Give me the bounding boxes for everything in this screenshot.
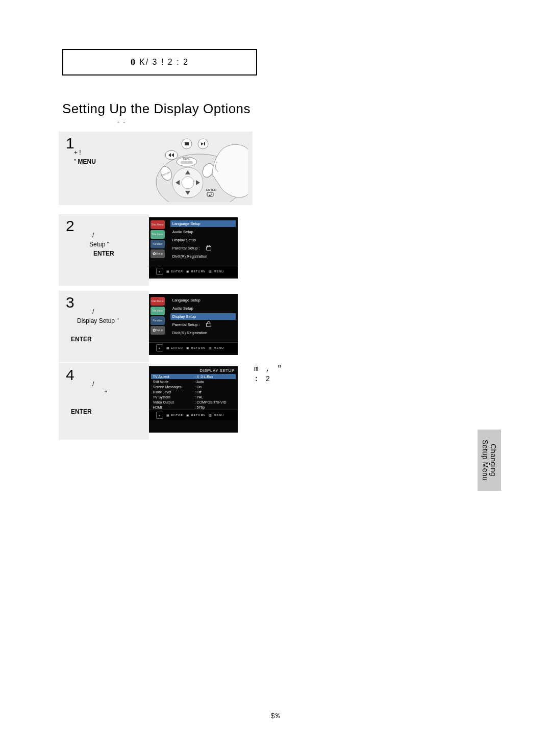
step-3-number: 3 (66, 294, 74, 311)
disc-menu-icon: Disc Menu (151, 220, 165, 229)
step-3-q: " (115, 317, 119, 324)
step-1-text: + ! " MENU (74, 148, 144, 166)
step-4-enter: ENTER (71, 408, 92, 415)
disc-menu-icon-2: Disc Menu (151, 297, 165, 306)
setup-icon-2: ✿Setup (151, 326, 165, 335)
step-4-line1: / (92, 381, 94, 388)
step-3-text: / Display Setup " ENTER (74, 307, 144, 344)
lock-icon-2 (206, 323, 211, 327)
step-3-display: Display Setup (77, 317, 115, 324)
nav-cluster-icon: ✦ (156, 268, 163, 275)
side-tab-line1: Changing (489, 444, 497, 476)
remote-control-illustration: MENU RETURN ENTER (146, 134, 248, 202)
setup-item-display[interactable]: Display Setup (170, 237, 236, 243)
step-4-text: / " ENTER (74, 380, 144, 416)
side-tab-line2: Setup Menu (481, 440, 489, 481)
display-setup-row[interactable]: Black LevelOff (151, 389, 236, 394)
display-setup-title: DISPLAY SETUP (149, 366, 238, 374)
step-1: 1 + ! " MENU (59, 132, 253, 205)
step-4-number: 4 (66, 366, 74, 384)
setup-items-list: Language Setup Audio Setup Display Setup… (166, 217, 238, 266)
screen-footer-hints: ✦ ▦ ENTER ▣ RETURN ▥ MENU (149, 266, 238, 276)
step-1-number: 1 (66, 135, 74, 152)
display-setup-value: 4 :3 L-Box (195, 375, 213, 379)
function-icon: Function (151, 240, 165, 248)
step-4-line2: " (105, 390, 107, 397)
top-callout-text: K/ 3 ! 2 : 2 (139, 58, 189, 67)
setup-item-audio[interactable]: Audio Setup (170, 229, 236, 235)
svg-rect-5 (204, 142, 205, 145)
section-side-tab: Changing Setup Menu (478, 430, 501, 491)
display-setup-value: Auto (195, 380, 204, 384)
display-setup-row[interactable]: TV SystemPAL (151, 394, 236, 399)
svg-point-16 (182, 177, 194, 189)
display-setup-value: PAL (195, 395, 204, 399)
step-2-setup: Setup (89, 241, 105, 248)
step-2-q: " (105, 241, 109, 248)
setup-item-language-2[interactable]: Language Setup (170, 297, 236, 304)
setup-item-display-2[interactable]: Display Setup (170, 313, 236, 320)
nav-cluster-icon-3: ✦ (156, 412, 163, 419)
display-setup-key: Black Level (153, 390, 193, 394)
lock-icon (206, 246, 211, 250)
svg-rect-2 (185, 142, 189, 145)
setup-item-divx-2[interactable]: DivX(R) Registration (170, 330, 236, 336)
side-annotation: m , " : 2 (254, 364, 356, 384)
setup-item-parental[interactable]: Parental Setup : (170, 245, 236, 251)
display-setup-value: 576p (195, 406, 205, 409)
onscreen-setup-menu: Disc Menu Title Menu Function ✿Setup Lan… (149, 217, 238, 279)
title-menu-icon: Title Menu (151, 230, 165, 239)
display-setup-table: TV Aspect4 :3 L-BoxStill ModeAutoScreen … (149, 374, 238, 410)
title-menu-icon-2: Title Menu (151, 307, 165, 315)
step-2-text: / Setup " ENTER (74, 231, 144, 258)
setup-item-divx[interactable]: DivX(R) Registration (170, 253, 236, 260)
step-2-enter: ENTER (93, 250, 114, 257)
display-setup-key: TV System (153, 395, 193, 399)
display-setup-key: TV Aspect (153, 375, 193, 379)
step-2-line1: / (92, 232, 94, 239)
display-setup-key: Video Output (153, 400, 193, 404)
display-setup-value: COMPOSIT/S-VID (195, 400, 227, 404)
step-3-line1: / (92, 308, 94, 315)
step-3-enter: ENTER (71, 336, 92, 343)
page-number: $% (0, 712, 551, 720)
display-setup-key: Still Mode (153, 380, 193, 384)
display-setup-key: HDMI (153, 406, 193, 409)
display-setup-row[interactable]: Screen MessagesOn (151, 384, 236, 389)
setup-items-list-2: Language Setup Audio Setup Display Setup… (166, 294, 238, 342)
step-3: 3 / Display Setup " ENTER Disc Menu Titl… (59, 291, 253, 362)
setup-item-parental-2[interactable]: Parental Setup : (170, 321, 236, 328)
display-setup-row[interactable]: TV Aspect4 :3 L-Box (151, 374, 236, 379)
display-setup-row[interactable]: Video OutputCOMPOSIT/S-VID (151, 399, 236, 405)
annotation-line2: : 2 (254, 374, 356, 385)
section-title: Setting Up the Display Options (62, 101, 251, 117)
svg-rect-11 (181, 161, 193, 164)
display-setup-row[interactable]: HDMI576p (151, 405, 236, 410)
step-4: 4 / " ENTER DISPLAY SETUP TV Aspect4 :3 … (59, 363, 253, 440)
display-setup-value: Off (195, 390, 202, 394)
onscreen-display-setup: DISPLAY SETUP TV Aspect4 :3 L-BoxStill M… (149, 366, 238, 433)
setup-item-language[interactable]: Language Setup (170, 220, 236, 227)
setup-icon: ✿Setup (151, 249, 165, 258)
svg-text:MENU: MENU (183, 158, 190, 161)
svg-text:ENTER: ENTER (206, 188, 217, 191)
top-callout-box: 0 K/ 3 ! 2 : 2 (62, 49, 257, 75)
screen-footer-hints-2: ✦ ▦ ENTER ▣ RETURN ▥ MENU (149, 342, 238, 353)
annotation-line1: m , " (254, 364, 356, 374)
display-setup-row[interactable]: Still ModeAuto (151, 379, 236, 384)
setup-side-icons-2: Disc Menu Title Menu Function ✿Setup (149, 294, 166, 342)
onscreen-setup-menu-2: Disc Menu Title Menu Function ✿Setup Lan… (149, 294, 238, 355)
step-1-line2a: " (74, 158, 78, 165)
step-2-number: 2 (66, 217, 74, 235)
setup-side-icons: Disc Menu Title Menu Function ✿Setup (149, 217, 166, 266)
display-setup-key: Screen Messages (153, 385, 193, 389)
setup-item-audio-2[interactable]: Audio Setup (170, 305, 236, 312)
step-2: 2 / Setup " ENTER Disc Menu Title Menu F… (59, 214, 253, 286)
screen-footer-hints-3: ✦ ▦ ENTER ▣ RETURN ▥ MENU (149, 410, 238, 420)
display-setup-value: On (195, 385, 202, 389)
nav-cluster-icon-2: ✦ (156, 344, 163, 351)
section-subtitle: - - (117, 118, 126, 125)
step-1-menu-label: MENU (78, 158, 96, 165)
top-callout-glyph: 0 (131, 57, 136, 68)
function-icon-2: Function (151, 316, 165, 325)
